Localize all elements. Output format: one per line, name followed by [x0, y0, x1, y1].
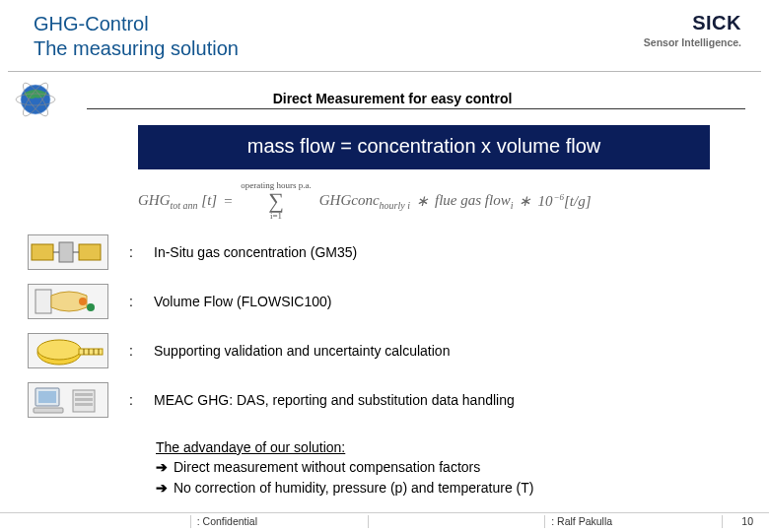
list-item: : Volume Flow (FLOWSIC100)	[28, 284, 730, 319]
subtitle-underline	[87, 108, 745, 109]
advantage-line-2: No correction of humidity, pressure (p) …	[156, 478, 730, 498]
subtitle-wrap: Direct Measurement for easy control	[87, 91, 757, 109]
footer-empty-2	[368, 515, 545, 528]
globe-icon	[12, 80, 63, 119]
equation-text: GHGtot ann [t] = operating hours p.a. ∑ …	[138, 181, 769, 221]
svg-rect-6	[59, 242, 73, 262]
svg-rect-25	[75, 398, 93, 401]
eq-term2: flue gas flowi	[435, 192, 513, 211]
thumb-computer	[28, 382, 108, 418]
svg-rect-10	[35, 290, 51, 313]
eq-lhs: GHGtot ann [t]	[138, 192, 217, 211]
list-item: : Supporting validation and uncertainty …	[28, 333, 730, 368]
svg-point-12	[87, 303, 95, 311]
formula-banner: mass flow = concentration x volume flow	[138, 125, 710, 169]
slide-title-block: GHG-Control The measuring solution	[34, 12, 239, 61]
advantage-line-1: Direct measurement without compensation …	[156, 457, 730, 477]
thumb-tape-measure	[28, 333, 108, 368]
advantage-block: The advandaye of our solution: Direct me…	[0, 432, 769, 498]
footer-page-number: 10	[722, 515, 755, 528]
title-line-2: The measuring solution	[34, 36, 239, 61]
separator-colon: :	[108, 343, 154, 359]
svg-rect-21	[38, 391, 56, 403]
brand-block: SICK Sensor Intelligence.	[644, 12, 741, 48]
svg-rect-5	[32, 244, 53, 260]
thumb-gas-analyzer	[28, 234, 108, 270]
list-item: : MEAC GHG: DAS, reporting and substitut…	[28, 382, 730, 418]
separator-colon: :	[108, 294, 154, 309]
item-list: : In-Situ gas concentration (GM35) : Vol…	[0, 234, 769, 418]
svg-rect-24	[75, 393, 93, 396]
eq-factor: 10−6[t/g]	[537, 192, 591, 210]
subtitle-row: Direct Measurement for easy control	[0, 80, 769, 119]
separator-colon: :	[108, 392, 154, 408]
svg-rect-26	[75, 403, 93, 406]
item-label: Supporting validation and uncertainty ca…	[154, 343, 450, 359]
brand-logo-text: SICK	[644, 12, 741, 34]
header-divider	[8, 71, 761, 72]
list-item: : In-Situ gas concentration (GM35)	[28, 234, 730, 270]
svg-rect-7	[79, 244, 101, 260]
eq-star1: ∗	[416, 192, 429, 210]
footer-confidential: : Confidential	[190, 515, 368, 528]
slide-footer: : Confidential : Ralf Pakulla 10	[0, 512, 769, 528]
summation-icon: operating hours p.a. ∑ i=1	[241, 181, 311, 221]
equation-block: GHGtot ann [t] = operating hours p.a. ∑ …	[0, 179, 769, 234]
advantage-title: The advandaye of our solution:	[156, 437, 730, 457]
footer-empty-1	[14, 515, 190, 528]
eq-term1: GHGconchourly i	[319, 192, 410, 211]
svg-point-11	[79, 298, 87, 305]
title-line-1: GHG-Control	[34, 12, 239, 36]
eq-star2: ∗	[519, 192, 531, 210]
item-label: In-Situ gas concentration (GM35)	[154, 244, 357, 260]
item-label: MEAC GHG: DAS, reporting and substitutio…	[154, 392, 515, 408]
svg-point-14	[37, 340, 81, 360]
item-label: Volume Flow (FLOWSIC100)	[154, 294, 332, 309]
brand-tagline: Sensor Intelligence.	[644, 36, 741, 48]
eq-equals: =	[223, 193, 233, 210]
subtitle-text: Direct Measurement for easy control	[87, 91, 757, 106]
footer-author: : Ralf Pakulla	[544, 515, 722, 528]
separator-colon: :	[108, 244, 154, 260]
thumb-flow-sensor	[28, 284, 108, 319]
slide-header: GHG-Control The measuring solution SICK …	[0, 0, 769, 71]
svg-rect-22	[34, 408, 63, 413]
